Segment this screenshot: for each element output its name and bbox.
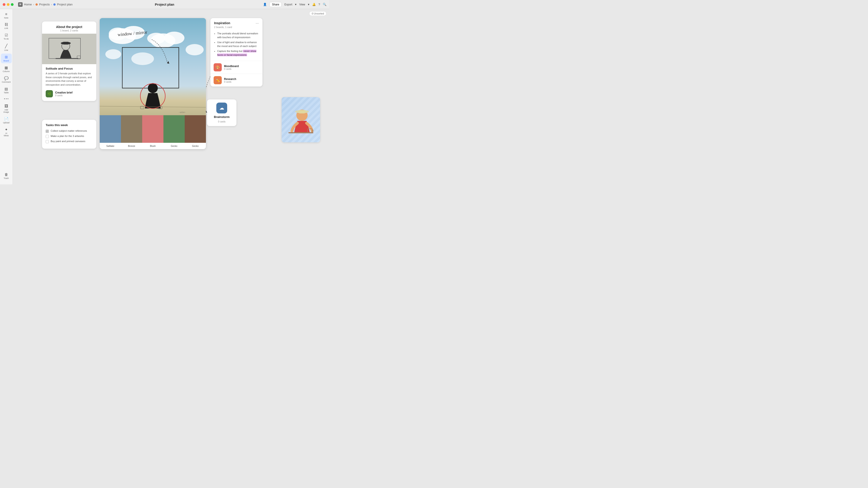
breadcrumb-projects[interactable]: Projects bbox=[39, 3, 50, 6]
canvas[interactable]: 0 Unsorted About the project 1 board, 2 … bbox=[13, 9, 329, 184]
breadcrumb-home[interactable]: Home bbox=[24, 3, 32, 6]
minimize-button[interactable] bbox=[7, 3, 9, 6]
about-subtitle: 1 board, 2 cards bbox=[46, 29, 93, 32]
swatch-blush[interactable]: Blush bbox=[142, 115, 163, 149]
sidebar-item-line[interactable]: ╱ Line bbox=[1, 42, 12, 53]
svg-point-13 bbox=[147, 33, 165, 44]
close-button[interactable] bbox=[3, 3, 5, 6]
brief-sub: 0 cards bbox=[55, 94, 72, 97]
brainstorm-sub: 0 cards bbox=[218, 121, 225, 123]
inspiration-body: The portraits should blend surrealism wi… bbox=[211, 31, 262, 61]
brainstorm-body: ☁ Brainstorm 0 cards bbox=[207, 99, 237, 126]
sidebar-item-aiideas[interactable]: ✦ AI Ideas bbox=[1, 126, 12, 138]
plan-dot bbox=[53, 3, 56, 6]
chevron-down-icon: ▾ bbox=[295, 3, 297, 6]
sidebar-item-upload[interactable]: 📄 Upload bbox=[1, 116, 12, 125]
research-row[interactable]: ✏️ Research 0 cards bbox=[211, 74, 262, 87]
swatch-label-blush: Blush bbox=[142, 143, 163, 149]
illustration-card[interactable] bbox=[282, 97, 320, 142]
swatch-label-gecko1: Gecko bbox=[163, 143, 185, 149]
task-checkbox-2[interactable] bbox=[46, 135, 49, 138]
comment-icon: 💬 bbox=[4, 76, 8, 80]
export-button[interactable]: Export bbox=[284, 3, 292, 6]
sidebar-item-comment[interactable]: 💬 Comment bbox=[1, 75, 12, 85]
line-icon: ╱ bbox=[5, 43, 7, 48]
moodboard-title: Moodboard bbox=[224, 65, 239, 68]
share-button[interactable]: Share bbox=[270, 2, 282, 7]
brainstorm-card[interactable]: ☁ Brainstorm 0 cards bbox=[207, 99, 237, 126]
task-checkbox-1[interactable] bbox=[46, 130, 49, 133]
inspiration-card[interactable]: Inspiration — 2 boards, 1 card The portr… bbox=[211, 18, 262, 87]
sidebar-item-note[interactable]: ≡ Note bbox=[1, 11, 12, 20]
about-footer[interactable]: 🌿 Creative brief 0 cards bbox=[42, 88, 96, 97]
swatch-label-saltlake: Saltlake bbox=[100, 143, 121, 149]
sidebar-item-addimage[interactable]: 🖼 Add image bbox=[1, 103, 12, 115]
table-icon: ▤ bbox=[4, 87, 8, 91]
chevron-down-icon-2: ▾ bbox=[308, 3, 309, 6]
share-icon: 👤 bbox=[263, 3, 267, 6]
help-icon[interactable]: ? bbox=[318, 3, 320, 6]
central-image: window / mirror ~artist~ bbox=[100, 18, 206, 115]
svg-rect-31 bbox=[299, 110, 305, 113]
sidebar-label-todo: To-do bbox=[4, 38, 9, 40]
traffic-lights bbox=[3, 3, 13, 6]
inspiration-point-1: The portraits should blend surrealism wi… bbox=[217, 32, 259, 39]
about-title: About the project bbox=[46, 25, 93, 29]
swatch-bronze[interactable]: Bronze bbox=[121, 115, 142, 149]
brief-icon: 🌿 bbox=[46, 90, 53, 97]
inspiration-point-3: Capture the feeling but never show faces… bbox=[217, 49, 259, 57]
task-item-3[interactable]: Buy paint and primed canvases bbox=[46, 140, 93, 143]
swatch-gecko1[interactable]: Gecko bbox=[163, 115, 185, 149]
notification-icon[interactable]: 🔔 bbox=[312, 3, 316, 6]
project-title: Solitude and Focus bbox=[46, 67, 93, 70]
sidebar-label-aiideas: AI Ideas bbox=[3, 132, 10, 137]
svg-point-18 bbox=[148, 83, 158, 93]
sidebar-item-todo[interactable]: ☑ To-do bbox=[1, 32, 12, 41]
about-project-card[interactable]: About the project 1 board, 2 cards bbox=[42, 22, 96, 101]
svg-point-16 bbox=[131, 53, 154, 65]
sidebar-bottom: 🗑 Trash bbox=[1, 171, 12, 183]
brief-title: Creative brief bbox=[55, 91, 72, 94]
page-title: Project plan bbox=[155, 2, 174, 6]
highlight-text: never show faces or facial expressions bbox=[217, 50, 256, 56]
swatch-gecko2[interactable]: Gecko bbox=[185, 115, 206, 149]
task-item-1[interactable]: Collect subject matter references bbox=[46, 129, 93, 133]
sidebar-item-link[interactable]: ⛓ Link bbox=[1, 21, 12, 31]
brief-info: Creative brief 0 cards bbox=[55, 91, 72, 97]
moodboard-icon: 🎨 bbox=[214, 63, 222, 71]
sidebar-label-note: Note bbox=[4, 17, 8, 19]
svg-point-12 bbox=[164, 32, 184, 44]
task-checkbox-3[interactable] bbox=[46, 140, 49, 143]
sidebar-item-trash[interactable]: 🗑 Trash bbox=[1, 171, 12, 181]
sidebar-label-comment: Comment bbox=[2, 81, 11, 83]
moodboard-row[interactable]: 🎨 Moodboard 0 cards bbox=[211, 61, 262, 74]
sidebar-item-board[interactable]: ⊞ Board bbox=[1, 54, 12, 63]
research-sub: 0 cards bbox=[224, 80, 236, 83]
board-icon: ⊞ bbox=[5, 55, 8, 59]
svg-rect-4 bbox=[63, 42, 69, 44]
swatch-label-bronze: Bronze bbox=[121, 143, 142, 149]
about-body: Solitude and Focus A series of 3 female … bbox=[42, 64, 96, 88]
app-icon: M bbox=[18, 2, 23, 7]
sidebar-item-more[interactable]: • • • bbox=[1, 96, 12, 102]
sidebar-item-table[interactable]: ▤ Table bbox=[1, 86, 12, 95]
fullscreen-button[interactable] bbox=[11, 3, 13, 6]
brainstorm-icon: ☁ bbox=[216, 103, 227, 113]
search-icon[interactable]: 🔍 bbox=[323, 3, 327, 6]
sidebar-item-column[interactable]: ▦ Column bbox=[1, 64, 12, 74]
sidebar-label-line: Line bbox=[4, 49, 8, 51]
swatch-saltlake[interactable]: Saltlake bbox=[100, 115, 121, 149]
tasks-title: Tasks this week bbox=[46, 123, 93, 127]
collapse-icon[interactable]: — bbox=[256, 21, 259, 25]
link-icon: ⛓ bbox=[4, 23, 8, 27]
swatch-label-gecko2: Gecko bbox=[185, 143, 206, 149]
task-item-2[interactable]: Make a plan for the 3 artworks bbox=[46, 135, 93, 138]
research-title: Research bbox=[224, 77, 236, 80]
tasks-card[interactable]: Tasks this week Collect subject matter r… bbox=[42, 120, 96, 149]
view-button[interactable]: View bbox=[299, 3, 305, 6]
task-label-2: Make a plan for the 3 artworks bbox=[51, 135, 84, 137]
sidebar-label-table: Table bbox=[4, 92, 9, 94]
projects-dot bbox=[35, 3, 38, 6]
breadcrumb-plan[interactable]: Project plan bbox=[57, 3, 72, 6]
central-image-card[interactable]: window / mirror ~artist~ bbox=[100, 18, 206, 149]
